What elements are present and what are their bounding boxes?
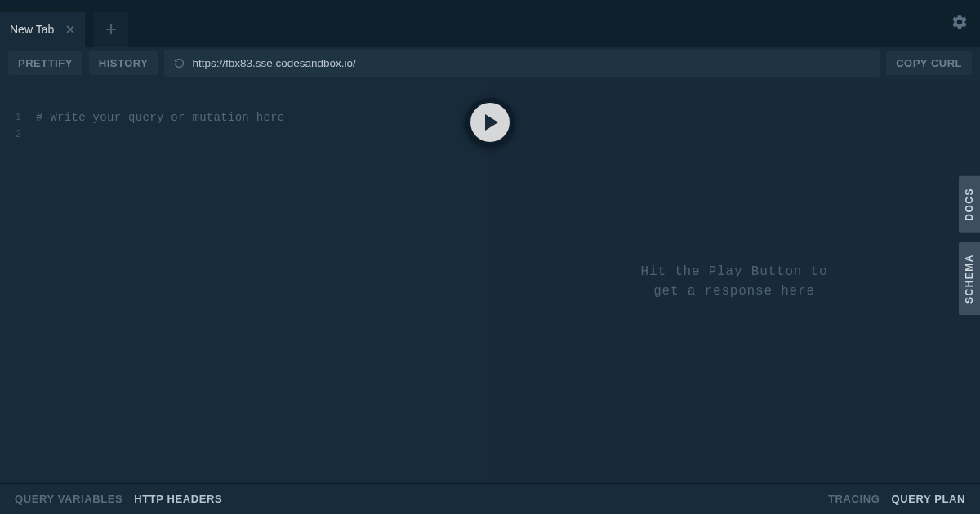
tab-new-tab[interactable]: New Tab [0,12,85,47]
response-placeholder: Hit the Play Button to get a response he… [641,262,828,301]
play-button[interactable] [466,98,514,147]
reload-icon[interactable] [172,57,185,70]
line-number: 1 [0,109,29,126]
line-number: 2 [0,126,29,144]
new-tab-button[interactable] [94,12,128,47]
side-rail: DOCS SCHEMA [959,176,980,315]
history-button[interactable]: HISTORY [89,51,158,75]
schema-tab[interactable]: SCHEMA [959,242,980,315]
response-pane: Hit the Play Button to get a response he… [488,80,980,483]
tab-bar: New Tab [0,0,980,47]
query-variables-tab[interactable]: QUERY VARIABLES [15,493,122,505]
line-gutter: 1 2 [0,80,29,483]
copy-curl-button[interactable]: COPY CURL [886,51,972,75]
endpoint-url-input[interactable] [192,57,871,69]
prettify-button[interactable]: PRETTIFY [8,51,82,75]
url-bar [164,50,880,77]
close-icon[interactable] [64,23,77,36]
tab-label: New Tab [10,23,54,36]
toolbar: PRETTIFY HISTORY COPY CURL [0,47,980,80]
query-editor-pane[interactable]: 1 2 # Write your query or mutation here [0,80,488,483]
footer-right: TRACING QUERY PLAN [828,493,965,505]
docs-tab[interactable]: DOCS [959,176,980,233]
footer-left: QUERY VARIABLES HTTP HEADERS [15,493,222,505]
http-headers-tab[interactable]: HTTP HEADERS [134,493,222,505]
query-plan-tab[interactable]: QUERY PLAN [891,493,965,505]
response-placeholder-line: Hit the Play Button to [641,262,828,281]
plus-icon [105,23,118,36]
play-icon [483,113,500,131]
editor-content[interactable]: # Write your query or mutation here [29,80,488,483]
tracing-tab[interactable]: TRACING [828,493,880,505]
response-placeholder-line: get a response here [641,281,828,301]
settings-button[interactable] [951,13,970,33]
editor-placeholder-comment: # Write your query or mutation here [36,109,488,126]
footer: QUERY VARIABLES HTTP HEADERS TRACING QUE… [0,483,980,514]
gear-icon [951,13,969,31]
